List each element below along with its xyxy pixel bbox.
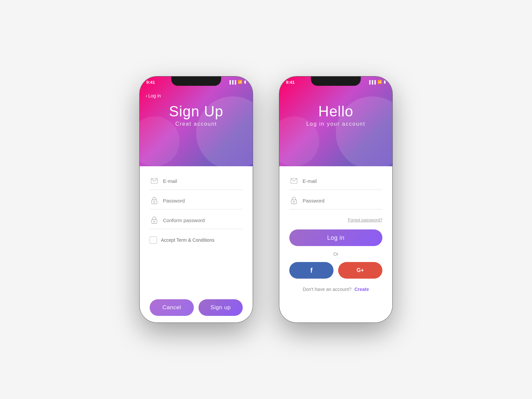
terms-label: Accept Term & Conditions — [161, 237, 214, 243]
login-screen: 9:41 ▐▐▐ 📶 ▮ Hello Log in your account — [279, 76, 392, 323]
cancel-button[interactable]: Cancel — [150, 299, 194, 316]
signup-screen: 9:41 ▐▐▐ 📶 ▮ ‹ Log in Sign Up Creat acco… — [140, 76, 253, 323]
confirm-password-input[interactable] — [163, 217, 243, 223]
wifi-icon: 📶 — [238, 80, 242, 84]
password-input-row — [150, 196, 243, 209]
login-password-input[interactable] — [303, 198, 382, 203]
svg-point-4 — [154, 221, 155, 222]
login-button[interactable]: Log in — [289, 229, 382, 246]
forgot-link[interactable]: Forgot password? — [289, 217, 382, 223]
notch — [171, 76, 221, 86]
svg-rect-6 — [291, 200, 297, 204]
back-button[interactable]: ‹ Log in — [146, 93, 161, 98]
signup-phone: 9:41 ▐▐▐ 📶 ▮ ‹ Log in Sign Up Creat acco… — [140, 76, 253, 323]
email-input-row — [150, 176, 243, 190]
login-email-input[interactable] — [303, 178, 382, 184]
signup-subtitle: Creat account — [140, 121, 253, 127]
signup-header-title: Sign Up Creat account — [140, 103, 253, 127]
status-time: 9:41 — [146, 80, 155, 85]
login-wifi-icon: 📶 — [377, 80, 382, 84]
login-status-time: 9:41 — [286, 80, 295, 85]
battery-icon: ▮ — [244, 80, 246, 84]
back-label: Log in — [148, 93, 161, 98]
login-subtitle: Log in your account — [279, 121, 392, 127]
login-header-title: Hello Log in your account — [279, 103, 392, 127]
svg-rect-3 — [152, 219, 157, 223]
svg-rect-1 — [152, 200, 157, 204]
login-battery-icon: ▮ — [384, 80, 386, 84]
signup-prompt-text: Don't have an account? — [303, 287, 351, 292]
login-password-input-row — [289, 196, 382, 209]
or-divider: Or — [289, 251, 382, 257]
login-email-icon — [289, 176, 299, 186]
terms-checkbox[interactable] — [150, 236, 157, 244]
signup-form: Accept Term & Conditions Cancel Sign up — [140, 166, 253, 323]
confirm-lock-icon — [150, 215, 159, 225]
login-title: Hello — [279, 103, 392, 120]
forgot-label[interactable]: Forgot password? — [348, 217, 382, 222]
signup-btn-row: Cancel Sign up — [150, 299, 243, 316]
terms-row: Accept Term & Conditions — [150, 236, 243, 244]
signup-button[interactable]: Sign up — [199, 299, 243, 316]
svg-point-2 — [154, 201, 155, 202]
login-lock-icon — [289, 196, 299, 205]
back-chevron-icon: ‹ — [146, 93, 147, 98]
create-account-link[interactable]: Create — [354, 287, 369, 292]
status-icons: ▐▐▐ 📶 ▮ — [228, 80, 246, 84]
email-input[interactable] — [163, 178, 243, 184]
svg-point-7 — [293, 201, 295, 202]
signup-title: Sign Up — [140, 103, 253, 120]
login-phone: 9:41 ▐▐▐ 📶 ▮ Hello Log in your account — [279, 76, 392, 323]
notch — [311, 76, 361, 86]
signal-icon: ▐▐▐ — [228, 80, 236, 84]
lock-icon — [150, 196, 159, 205]
login-form: Forgot password? Log in Or f G+ Don't ha… — [279, 166, 392, 323]
social-buttons-row: f G+ — [289, 262, 382, 279]
login-signal-icon: ▐▐▐ — [368, 80, 376, 84]
login-status-icons: ▐▐▐ 📶 ▮ — [368, 80, 386, 84]
facebook-button[interactable]: f — [289, 262, 333, 279]
login-email-input-row — [289, 176, 382, 190]
password-input[interactable] — [163, 198, 243, 203]
signup-prompt: Don't have an account? Create — [289, 287, 382, 292]
google-button[interactable]: G+ — [338, 262, 382, 279]
email-icon — [150, 176, 159, 186]
confirm-password-input-row — [150, 215, 243, 229]
